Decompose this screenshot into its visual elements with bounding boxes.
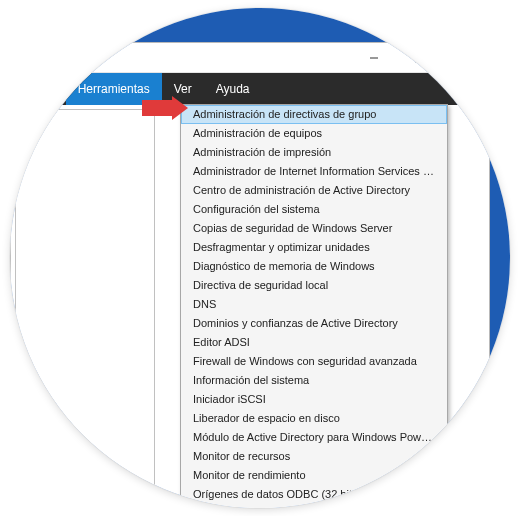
dropdown-item[interactable]: Copias de seguridad de Windows Server xyxy=(181,219,447,238)
dropdown-item[interactable]: Configuración del sistema xyxy=(181,200,447,219)
minimize-icon xyxy=(369,53,379,63)
dropdown-item[interactable]: Desfragmentar y optimizar unidades xyxy=(181,238,447,257)
dropdown-item[interactable]: Centro de administración de Active Direc… xyxy=(181,181,447,200)
menu-item-administrar[interactable]: Administrar xyxy=(10,73,66,105)
herramientas-dropdown: Administración de directivas de grupoAdm… xyxy=(180,104,448,508)
left-pane xyxy=(10,109,11,508)
annotation-arrow xyxy=(142,96,188,120)
maximize-button[interactable] xyxy=(397,43,443,73)
dropdown-item[interactable]: Información del sistema xyxy=(181,371,447,390)
dropdown-item[interactable]: Orígenes de datos ODBC (64 bits) xyxy=(181,504,447,508)
close-icon xyxy=(461,53,471,63)
titlebar xyxy=(10,43,489,73)
dropdown-item[interactable]: Diagnóstico de memoria de Windows xyxy=(181,257,447,276)
menubar: AdministrarHerramientasVerAyuda xyxy=(10,73,489,105)
dropdown-item[interactable]: Administración de directivas de grupo xyxy=(181,105,447,124)
dropdown-item[interactable]: Módulo de Active Directory para Windows … xyxy=(181,428,447,447)
svg-rect-1 xyxy=(416,54,424,62)
dropdown-item[interactable]: Editor ADSI xyxy=(181,333,447,352)
dropdown-item[interactable]: Dominios y confianzas de Active Director… xyxy=(181,314,447,333)
svg-marker-4 xyxy=(142,96,188,120)
dropdown-item[interactable]: Administración de equipos xyxy=(181,124,447,143)
dropdown-item[interactable]: Directiva de seguridad local xyxy=(181,276,447,295)
dropdown-item[interactable]: Liberador de espacio en disco xyxy=(181,409,447,428)
dropdown-item[interactable]: Firewall de Windows con seguridad avanza… xyxy=(181,352,447,371)
dropdown-item[interactable]: Monitor de rendimiento xyxy=(181,466,447,485)
dropdown-item[interactable]: Orígenes de datos ODBC (32 bits) xyxy=(181,485,447,504)
dropdown-item[interactable]: Administración de impresión xyxy=(181,143,447,162)
minimize-button[interactable] xyxy=(351,43,397,73)
svg-line-3 xyxy=(462,54,470,62)
maximize-icon xyxy=(415,53,425,63)
svg-line-2 xyxy=(462,54,470,62)
menu-item-ayuda[interactable]: Ayuda xyxy=(204,73,262,105)
dropdown-item[interactable]: Administrador de Internet Information Se… xyxy=(181,162,447,181)
dropdown-item[interactable]: DNS xyxy=(181,295,447,314)
dropdown-item[interactable]: Monitor de recursos xyxy=(181,447,447,466)
close-button[interactable] xyxy=(443,43,489,73)
dropdown-item[interactable]: Iniciador iSCSI xyxy=(181,390,447,409)
middle-pane: Servicios lmag xyxy=(15,109,155,508)
